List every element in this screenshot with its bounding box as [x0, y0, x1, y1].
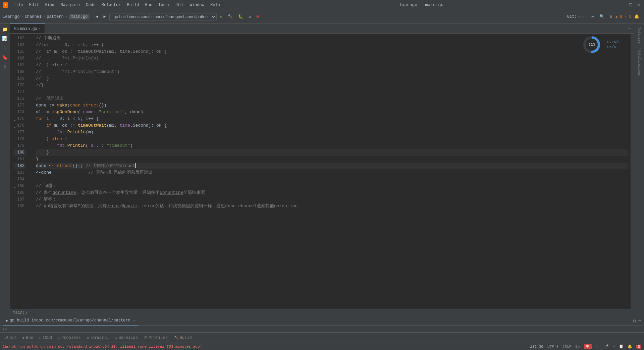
rerun-button[interactable]: ↺: [247, 13, 253, 20]
cpu-widget: 52% + 0.1K/s + 0K/s: [583, 36, 621, 53]
code-181: }: [36, 156, 628, 163]
clipboard-icon: 📋: [619, 344, 624, 349]
code-180: }: [36, 149, 628, 156]
commit-icon[interactable]: 📝: [1, 34, 9, 43]
run-bottom-button[interactable]: ▶ Run: [20, 335, 36, 341]
cpu-circle: 52%: [583, 36, 600, 53]
menu-bar: File Edit View Navigate Code Refactor Bu…: [11, 2, 223, 8]
tab-main-go[interactable]: Go main.go ✕: [10, 24, 45, 33]
keyboard-icon: ⌨: [613, 344, 615, 349]
notifications-label[interactable]: Notifications: [637, 47, 642, 79]
profiler-button[interactable]: ⏱ Profiler: [141, 335, 171, 341]
title-bar: ♦ File Edit View Navigate Code Refactor …: [0, 0, 644, 10]
code-164: //for i := 0; i < 5; i++ {: [36, 42, 628, 48]
debug-button[interactable]: 🐛: [236, 13, 245, 20]
ime-indicator[interactable]: 中: [584, 344, 592, 349]
menu-file[interactable]: File: [11, 2, 26, 8]
notifications-button[interactable]: 🔔: [632, 13, 641, 20]
close-button[interactable]: ✕: [636, 2, 641, 8]
run-tab[interactable]: ▶ go build imooc.com/ccmouse/learngo/cha…: [3, 316, 139, 325]
menu-build[interactable]: Build: [124, 2, 142, 8]
stop-button[interactable]: ■: [254, 13, 261, 20]
build-button[interactable]: 🔨: [226, 13, 235, 20]
problems-button[interactable]: ⚠ Problems: [55, 335, 83, 341]
menu-navigate[interactable]: Navigate: [58, 2, 83, 8]
code-168: // fmt.Println("timeout"): [36, 69, 628, 75]
pull-requests-icon[interactable]: ⤵: [1, 44, 9, 52]
download-speed: + 0K/s: [603, 45, 621, 50]
menu-refactor[interactable]: Refactor: [99, 2, 124, 8]
ln-175: ▸175: [13, 116, 26, 122]
breadcrumb-channel[interactable]: channel: [25, 14, 42, 19]
tab-close-button[interactable]: ✕: [39, 27, 41, 31]
ln-181: 181: [13, 156, 26, 163]
vertical-scrollbar[interactable]: [631, 34, 634, 309]
menu-edit[interactable]: Edit: [26, 2, 42, 8]
git-icon: ⎇: [4, 336, 8, 340]
breadcrumb-file[interactable]: main.go: [69, 14, 90, 19]
run-button[interactable]: ▶: [218, 13, 224, 20]
code-content[interactable]: // 中断退出 //for i := 0; i < 5; i++ { // if…: [33, 34, 631, 309]
menu-git[interactable]: Git: [174, 2, 186, 8]
breadcrumb-project[interactable]: learngo: [3, 14, 19, 19]
bookmarks-icon[interactable]: 🔖: [1, 53, 9, 62]
code-187: // 解答：: [36, 196, 628, 203]
git-check2: ✓: [582, 14, 584, 19]
breadcrumb: learngo › channel › pattern › main.go: [3, 14, 90, 19]
ln-176: ▸176: [13, 122, 26, 129]
run-tab-icon: ▶: [6, 318, 8, 323]
menu-window[interactable]: Window: [187, 2, 207, 8]
function-indicator: main(): [10, 309, 634, 316]
expand-icon[interactable]: ▸▸: [3, 326, 7, 332]
git-check: ✓: [578, 14, 581, 19]
tab-icon: Go: [14, 27, 19, 31]
run-icon: ▶: [23, 336, 25, 340]
build-config-select[interactable]: go build imooc.com/ccmouse/learngo/chann…: [109, 13, 217, 20]
gutter: [29, 34, 33, 309]
services-label: Services: [118, 336, 138, 340]
menu-tools[interactable]: Tools: [156, 2, 173, 8]
run-minimize-button[interactable]: ─: [639, 318, 641, 323]
ln-174: 174: [13, 109, 26, 116]
app-icon: ♦: [3, 2, 8, 8]
maximize-button[interactable]: □: [628, 2, 633, 8]
menu-run[interactable]: Run: [142, 2, 155, 8]
todo-icon: ☑: [39, 336, 42, 340]
run-settings-button[interactable]: ⚙: [633, 318, 636, 324]
ln-170: 170: [13, 82, 26, 89]
services-button[interactable]: ≡ Services: [113, 335, 141, 341]
code-176: if m, ok := timeOutWait(m1, time.Second)…: [36, 122, 628, 129]
window-title: learngo - main.go: [223, 2, 620, 7]
code-editor[interactable]: 52% + 0.1K/s + 0K/s 163 164 165 166 167 …: [10, 34, 634, 309]
settings-button[interactable]: ⚙: [608, 13, 614, 20]
git-button[interactable]: ⎇ Git: [1, 335, 19, 341]
build-bottom-button[interactable]: 🔨 Build: [171, 335, 195, 341]
terminal-button[interactable]: ▭ Terminal: [84, 335, 112, 341]
todo-button[interactable]: ☑ TODO: [37, 335, 55, 341]
structure-icon[interactable]: ≡: [1, 62, 9, 71]
forward-button[interactable]: ▶: [102, 13, 108, 20]
code-171: [36, 89, 628, 95]
code-173: done := make(chan struct{}): [36, 102, 628, 109]
profiler-label: Profiler: [149, 336, 168, 340]
database-label[interactable]: Database: [637, 25, 642, 46]
notification-icon: 🔔: [628, 344, 632, 349]
menu-code[interactable]: Code: [83, 2, 98, 8]
menu-help[interactable]: Help: [208, 2, 223, 8]
tab-more-button[interactable]: ⋯: [626, 24, 634, 33]
menu-view[interactable]: View: [42, 2, 57, 8]
lang-indicator: Go: [575, 345, 580, 349]
breadcrumb-pattern[interactable]: pattern: [47, 14, 63, 19]
project-icon[interactable]: 📁: [1, 25, 9, 34]
run-tab-close[interactable]: ✕: [133, 318, 135, 322]
problems-label: Problems: [61, 336, 81, 340]
ln-177: 177: [13, 129, 26, 136]
git-arrow: ↑: [586, 14, 588, 19]
search-button[interactable]: 🔍: [597, 13, 606, 20]
code-166: // fmt.Println(m): [36, 55, 628, 62]
status-right: 182:39 UTF-8 CRLF Go 中 4. 🎤 ⌨ 📋 🔔 S: [530, 344, 641, 349]
tab-label: main.go: [20, 27, 37, 31]
history-button[interactable]: ↩: [589, 13, 596, 20]
minimize-button[interactable]: ─: [620, 2, 625, 8]
back-button[interactable]: ◀: [94, 13, 100, 20]
